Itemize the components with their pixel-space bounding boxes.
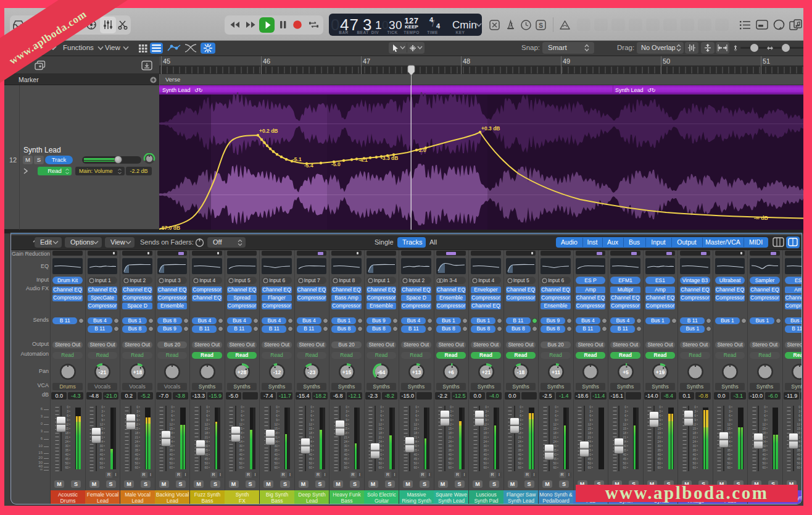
svg-text:35: 35 bbox=[135, 448, 138, 452]
svg-text:15: 15 bbox=[204, 427, 208, 430]
svg-text:18: 18 bbox=[587, 431, 591, 435]
svg-text:45: 45 bbox=[413, 457, 417, 461]
svg-text:9: 9 bbox=[520, 418, 521, 422]
svg-text:0: 0 bbox=[171, 406, 173, 409]
svg-text:35: 35 bbox=[239, 448, 242, 452]
svg-text:-5.0: -5.0 bbox=[331, 161, 341, 167]
svg-text:6: 6 bbox=[171, 414, 173, 417]
svg-text:50: 50 bbox=[553, 461, 557, 465]
svg-text:60: 60 bbox=[135, 466, 138, 469]
svg-text:45: 45 bbox=[309, 457, 312, 461]
svg-text:-∞ dB: -∞ dB bbox=[754, 215, 768, 221]
svg-text:15: 15 bbox=[692, 427, 696, 430]
svg-text:6: 6 bbox=[276, 414, 278, 417]
svg-text:30: 30 bbox=[344, 444, 347, 448]
svg-text:60: 60 bbox=[518, 466, 521, 469]
svg-text:21: 21 bbox=[378, 435, 382, 439]
svg-text:35: 35 bbox=[657, 448, 661, 452]
svg-text:60: 60 bbox=[413, 466, 417, 469]
svg-text:40: 40 bbox=[483, 453, 487, 456]
svg-text:0: 0 bbox=[450, 406, 452, 409]
svg-text:45: 45 bbox=[163, 57, 170, 65]
svg-text:↺↻: ↺↻ bbox=[647, 88, 655, 93]
svg-text:21: 21 bbox=[692, 435, 696, 439]
svg-text:12: 12 bbox=[378, 422, 382, 426]
svg-text:6: 6 bbox=[101, 414, 103, 417]
svg-text:+5: +5 bbox=[623, 369, 629, 375]
svg-text:45: 45 bbox=[169, 457, 173, 461]
svg-text:30: 30 bbox=[448, 444, 452, 448]
svg-text:21: 21 bbox=[204, 435, 208, 439]
svg-text:15: 15 bbox=[448, 427, 452, 430]
svg-text:21: 21 bbox=[518, 435, 521, 439]
svg-text:35: 35 bbox=[692, 448, 696, 452]
svg-text:49: 49 bbox=[563, 57, 570, 65]
svg-text:9: 9 bbox=[798, 418, 800, 422]
svg-text:0: 0 bbox=[589, 406, 591, 409]
svg-text:35: 35 bbox=[518, 448, 521, 452]
svg-text:50: 50 bbox=[587, 461, 591, 465]
svg-text:45: 45 bbox=[657, 457, 661, 461]
svg-text:12: 12 bbox=[239, 422, 242, 426]
svg-text:15: 15 bbox=[727, 427, 731, 430]
svg-text:6: 6 bbox=[346, 414, 347, 417]
svg-text:30: 30 bbox=[99, 444, 103, 448]
svg-text:46: 46 bbox=[263, 57, 270, 65]
svg-text:35: 35 bbox=[483, 448, 487, 452]
svg-text:-23: -23 bbox=[308, 369, 316, 375]
svg-text:40: 40 bbox=[448, 453, 452, 456]
svg-text:9: 9 bbox=[485, 418, 487, 422]
svg-text:9: 9 bbox=[171, 418, 173, 422]
svg-text:45: 45 bbox=[692, 457, 696, 461]
svg-text:9: 9 bbox=[310, 418, 312, 422]
svg-text:6: 6 bbox=[310, 414, 312, 417]
svg-text:50: 50 bbox=[378, 461, 382, 465]
svg-text:45: 45 bbox=[587, 457, 591, 461]
svg-text:60: 60 bbox=[727, 466, 731, 469]
svg-text:6: 6 bbox=[555, 414, 557, 417]
svg-text:9: 9 bbox=[415, 418, 417, 422]
svg-text:+6: +6 bbox=[448, 369, 454, 375]
svg-text:45: 45 bbox=[518, 457, 521, 461]
svg-text:0: 0 bbox=[276, 406, 278, 409]
svg-text:-2.0: -2.0 bbox=[417, 147, 426, 153]
svg-text:0: 0 bbox=[310, 406, 312, 409]
svg-text:6: 6 bbox=[520, 414, 521, 417]
svg-text:+0.3 dB: +0.3 dB bbox=[481, 125, 500, 132]
svg-text:3: 3 bbox=[589, 409, 591, 413]
svg-text:50: 50 bbox=[344, 461, 347, 465]
svg-text:24: 24 bbox=[483, 440, 487, 443]
svg-text:18: 18 bbox=[378, 431, 382, 435]
svg-text:18: 18 bbox=[553, 431, 557, 435]
svg-text:12: 12 bbox=[623, 422, 626, 426]
svg-text:30: 30 bbox=[65, 444, 68, 448]
svg-text:45: 45 bbox=[727, 457, 731, 461]
svg-text:3: 3 bbox=[276, 409, 278, 413]
svg-text:45: 45 bbox=[99, 457, 103, 461]
svg-text:0: 0 bbox=[624, 406, 626, 409]
svg-text:47: 47 bbox=[363, 57, 370, 65]
svg-text:6: 6 bbox=[624, 414, 626, 417]
svg-text:3: 3 bbox=[450, 409, 452, 413]
svg-text:18: 18 bbox=[135, 431, 138, 435]
svg-text:35: 35 bbox=[99, 448, 103, 452]
svg-text:9: 9 bbox=[276, 418, 278, 422]
svg-text:3: 3 bbox=[415, 409, 417, 413]
svg-text:0: 0 bbox=[520, 406, 521, 409]
svg-text:24: 24 bbox=[692, 440, 696, 443]
svg-text:45: 45 bbox=[797, 457, 800, 461]
svg-text:24: 24 bbox=[518, 440, 521, 443]
svg-text:60: 60 bbox=[762, 466, 766, 469]
svg-text:40: 40 bbox=[518, 453, 521, 456]
svg-text:45: 45 bbox=[762, 457, 766, 461]
svg-text:35: 35 bbox=[169, 448, 173, 452]
svg-text:↺↻: ↺↻ bbox=[194, 88, 202, 93]
svg-text:+11: +11 bbox=[552, 369, 560, 375]
svg-text:12: 12 bbox=[797, 422, 800, 426]
svg-text:9: 9 bbox=[694, 418, 696, 422]
svg-text:0: 0 bbox=[798, 406, 800, 409]
svg-text:45: 45 bbox=[239, 457, 242, 461]
svg-text:-67.0 dB: -67.0 dB bbox=[160, 225, 180, 230]
svg-text:15: 15 bbox=[762, 427, 766, 430]
svg-text:15: 15 bbox=[483, 427, 487, 430]
